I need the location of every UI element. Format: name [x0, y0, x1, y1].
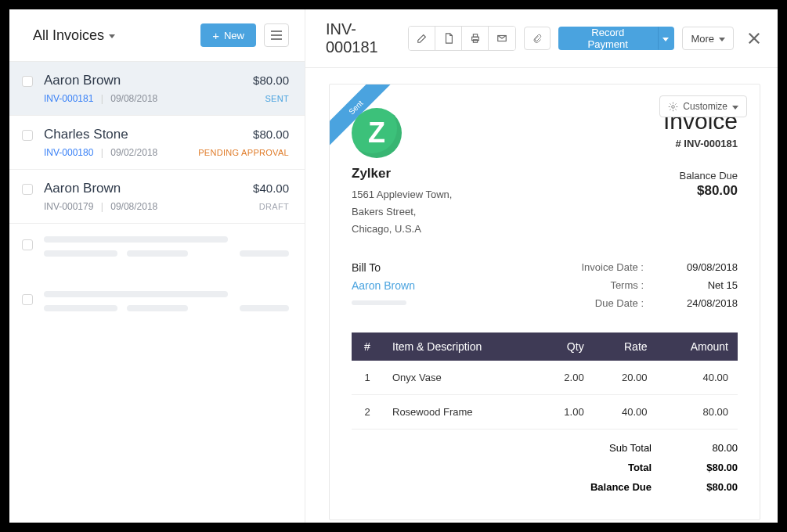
- meta-row: Invoice Date :09/08/2018: [565, 261, 738, 273]
- invoice-meta-left: INV-000179 | 09/08/2018: [44, 201, 157, 212]
- checkbox[interactable]: [22, 130, 33, 141]
- invoice-list-pane: All Invoices + New Aaron Brown $80.00: [9, 9, 305, 523]
- print-button[interactable]: [462, 27, 489, 50]
- company-address: 1561 Appleview Town, Bakers Street, Chic…: [352, 186, 452, 238]
- pdf-button[interactable]: [435, 27, 462, 50]
- total-row: Balance Due$80.00: [352, 481, 738, 493]
- svg-point-4: [672, 105, 675, 108]
- invoice-heading-block: Invoice # INV-000181 Balance Due $80.00: [663, 108, 738, 238]
- customize-button[interactable]: Customize: [659, 95, 747, 117]
- attachment-button[interactable]: [524, 27, 551, 50]
- meta-row: Due Date :24/08/2018: [565, 297, 738, 309]
- placeholder-bar: [352, 300, 406, 305]
- list-actions: + New: [200, 23, 289, 47]
- company-name: Zylker: [352, 166, 452, 182]
- list-header: All Invoices + New: [9, 9, 305, 62]
- checkbox: [22, 294, 33, 305]
- meta-key: Due Date :: [565, 297, 644, 309]
- invoice-number: INV-000180: [44, 147, 93, 158]
- meta-row: Terms :Net 15: [565, 279, 738, 291]
- gear-icon: [668, 102, 678, 112]
- customer-name: Aaron Brown: [44, 73, 121, 88]
- invoice-list-item[interactable]: Aaron Brown $40.00 INV-000179 | 09/08/20…: [9, 170, 305, 224]
- new-invoice-button[interactable]: + New: [200, 23, 256, 47]
- record-payment-dropdown[interactable]: [658, 27, 675, 50]
- invoice-number: INV-000181: [44, 93, 93, 104]
- invoice-card: Sent Customize Z Zylker 1561 Appleview T…: [329, 84, 760, 520]
- col-number: #: [352, 332, 383, 361]
- bill-to-customer-link[interactable]: Aaron Brown: [352, 279, 415, 292]
- invoice-amount: $80.00: [253, 128, 289, 141]
- detail-title: INV-000181: [326, 20, 408, 56]
- meta-value: 09/08/2018: [667, 261, 738, 273]
- cell-qty: 1.00: [538, 395, 594, 430]
- list-menu-button[interactable]: [264, 23, 289, 47]
- total-key: Balance Due: [565, 481, 652, 493]
- invoice-list-item[interactable]: Aaron Brown $80.00 INV-000181 | 09/08/20…: [9, 62, 305, 116]
- new-label: New: [224, 30, 244, 41]
- cell-number: 2: [352, 395, 383, 430]
- record-payment-group: Record Payment: [558, 27, 674, 50]
- detail-header: INV-000181 Record Payment: [305, 9, 778, 68]
- invoice-list-placeholder: [9, 224, 305, 279]
- totals-block: Sub Total80.00Total$80.00Balance Due$80.…: [352, 442, 738, 493]
- col-amount: Amount: [657, 332, 738, 361]
- edit-button[interactable]: [409, 27, 435, 50]
- invoice-detail-pane: INV-000181 Record Payment: [305, 9, 778, 523]
- invoice-meta: Invoice Date :09/08/2018Terms :Net 15Due…: [565, 261, 738, 315]
- total-key: Sub Total: [565, 442, 652, 454]
- paperclip-icon: [532, 33, 542, 44]
- company-block: Z Zylker 1561 Appleview Town, Bakers Str…: [352, 108, 452, 238]
- cell-rate: 20.00: [594, 361, 657, 395]
- invoice-amount: $40.00: [253, 182, 289, 195]
- table-row: 1 Onyx Vase 2.00 20.00 40.00: [352, 361, 738, 395]
- checkbox[interactable]: [22, 184, 33, 195]
- close-icon[interactable]: [746, 31, 762, 46]
- invoice-status: PENDING APPROVAL: [198, 148, 289, 157]
- detail-icon-group: [408, 26, 516, 51]
- svg-rect-2: [473, 40, 477, 43]
- bill-to-label: Bill To: [352, 261, 415, 274]
- col-rate: Rate: [594, 332, 657, 361]
- chevron-down-icon: [732, 106, 738, 110]
- customize-label: Customize: [683, 101, 727, 112]
- meta-key: Terms :: [565, 279, 644, 291]
- balance-due-value: $80.00: [663, 183, 738, 199]
- line-items-table: # Item & Description Qty Rate Amount 1 O…: [352, 332, 738, 430]
- invoice-meta-left: INV-000181 | 09/08/2018: [44, 93, 157, 104]
- chevron-down-icon: [662, 38, 669, 41]
- detail-actions: Record Payment More: [408, 26, 762, 51]
- invoice-list-item[interactable]: Charles Stone $80.00 INV-000180 | 09/02/…: [9, 116, 305, 170]
- filter-dropdown[interactable]: All Invoices: [33, 27, 115, 44]
- total-row: Total$80.00: [352, 462, 738, 473]
- col-description: Item & Description: [383, 332, 538, 361]
- invoice-app: All Invoices + New Aaron Brown $80.00: [9, 9, 778, 523]
- total-key: Total: [565, 462, 652, 473]
- checkbox[interactable]: [22, 76, 33, 87]
- total-value: $80.00: [675, 462, 738, 473]
- invoice-date: 09/08/2018: [110, 93, 157, 104]
- balance-due-label: Balance Due: [663, 170, 738, 182]
- cell-amount: 80.00: [657, 395, 738, 430]
- addr-line: Bakers Street,: [352, 203, 452, 221]
- invoice-status: DRAFT: [259, 202, 289, 211]
- plus-icon: +: [212, 30, 219, 41]
- invoice-date: 09/08/2018: [110, 201, 157, 212]
- more-button[interactable]: More: [682, 27, 734, 50]
- addr-line: 1561 Appleview Town,: [352, 186, 452, 203]
- cell-qty: 2.00: [538, 361, 594, 395]
- record-payment-button[interactable]: Record Payment: [558, 27, 658, 50]
- cell-amount: 40.00: [657, 361, 738, 395]
- svg-rect-1: [473, 34, 477, 38]
- invoice-date: 09/02/2018: [110, 147, 157, 158]
- invoice-status: SENT: [265, 94, 289, 103]
- meta-value: Net 15: [667, 279, 738, 291]
- customer-name: Aaron Brown: [44, 181, 121, 196]
- email-button[interactable]: [489, 27, 515, 50]
- meta-value: 24/08/2018: [667, 297, 738, 309]
- cell-rate: 40.00: [594, 395, 657, 430]
- bill-to-block: Bill To Aaron Brown: [352, 261, 415, 315]
- detail-body: Sent Customize Z Zylker 1561 Appleview T…: [305, 68, 778, 523]
- company-logo: Z: [352, 108, 402, 158]
- addr-line: Chicago, U.S.A: [352, 221, 452, 238]
